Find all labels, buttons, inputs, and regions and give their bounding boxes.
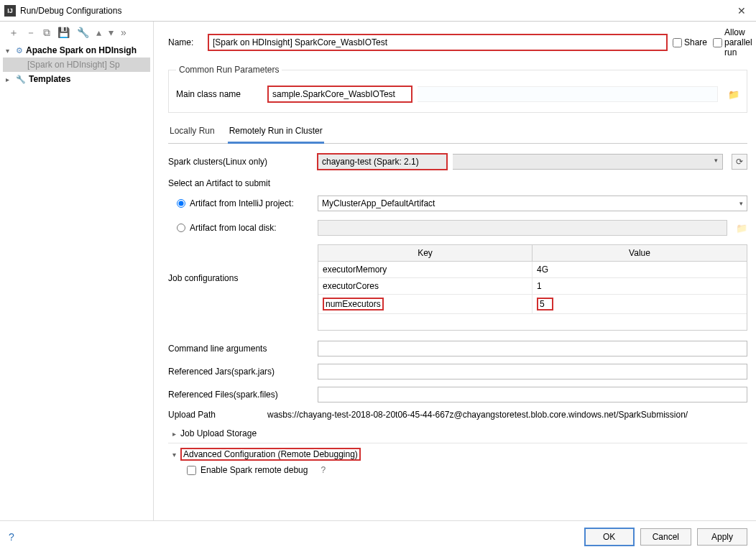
- remove-icon[interactable]: －: [26, 27, 36, 37]
- cfg-key: executorMemory: [318, 262, 533, 278]
- tree-item-selected-config[interactable]: [Spark on HDInsight] Sp: [3, 58, 150, 72]
- enable-remote-debug-checkbox[interactable]: [187, 466, 196, 475]
- artifact-from-disk-input: [318, 220, 727, 236]
- tree-root-label: Apache Spark on HDInsigh: [26, 45, 137, 55]
- job-config-key-header: Key: [318, 245, 533, 261]
- apply-button[interactable]: Apply: [697, 528, 747, 546]
- cluster-combo-value: chayang-test (Spark: 2.1): [322, 157, 419, 167]
- main-class-input[interactable]: [268, 86, 412, 102]
- configurations-sidebar: ＋ － ⧉ 💾 🔧 ▴ ▾ » ▾ Apache Spark on HDInsi…: [0, 22, 154, 520]
- advanced-config-expander[interactable]: ▾ Advanced Configuration (Remote Debuggi…: [168, 448, 747, 461]
- configurations-tree: ▾ Apache Spark on HDInsigh [Spark on HDI…: [0, 43, 153, 86]
- move-down-icon[interactable]: ▾: [109, 27, 114, 37]
- tree-selected-label: [Spark on HDInsight] Sp: [27, 60, 120, 70]
- spark-config-icon: [16, 45, 23, 55]
- app-icon: IJ: [4, 5, 16, 17]
- referenced-files-label: Referenced Files(spark.files): [168, 390, 312, 400]
- job-upload-storage-expander[interactable]: ▸ Job Upload Storage: [168, 428, 747, 438]
- artifact-from-project-value: MyClusterApp_DefaultArtifact: [322, 198, 435, 208]
- ok-button[interactable]: OK: [584, 528, 635, 546]
- common-run-parameters: Common Run Parameters Main class name: [168, 65, 747, 113]
- tab-remotely-run[interactable]: Remotely Run in Cluster: [228, 121, 324, 144]
- collapse-icon[interactable]: »: [121, 27, 126, 37]
- enable-remote-debug-label: Enable Spark remote debug: [200, 465, 308, 475]
- tree-node-templates[interactable]: ▸ Templates: [3, 72, 150, 86]
- close-icon[interactable]: ✕: [732, 2, 752, 19]
- cmdline-label: Command line arguments: [168, 344, 312, 354]
- job-configurations-row: Job configurations Key Value executorMem…: [168, 244, 747, 341]
- move-up-icon[interactable]: ▴: [96, 27, 101, 37]
- job-config-label: Job configurations: [168, 244, 312, 283]
- dialog-footer: ? OK Cancel Apply: [0, 520, 756, 552]
- cfg-val: 4G: [533, 262, 747, 278]
- artifact-from-disk-label: Artifact from local disk:: [190, 223, 313, 233]
- referenced-jars-input[interactable]: [318, 364, 747, 380]
- common-legend: Common Run Parameters: [176, 65, 282, 75]
- job-upload-storage-label: Job Upload Storage: [180, 428, 257, 438]
- run-mode-tabs: Locally Run Remotely Run in Cluster: [168, 121, 747, 144]
- chevron-down-icon: ▾: [172, 451, 176, 459]
- referenced-files-input[interactable]: [318, 387, 747, 402]
- upload-path-row: Upload Path wasbs://chayang-test-2018-08…: [168, 410, 747, 420]
- wrench-icon[interactable]: 🔧: [77, 27, 89, 37]
- cluster-row: Spark clusters(Linux only) chayang-test …: [168, 154, 747, 170]
- tab-locally-run[interactable]: Locally Run: [168, 121, 216, 143]
- cfg-key-highlighted: numExecutors: [323, 298, 384, 310]
- upload-path-label: Upload Path: [168, 410, 262, 420]
- sidebar-toolbar: ＋ － ⧉ 💾 🔧 ▴ ▾ »: [0, 22, 153, 43]
- cfg-val-highlighted: 5: [537, 298, 553, 310]
- table-row[interactable]: numExecutors 5: [318, 295, 747, 314]
- main-class-label: Main class name: [176, 89, 262, 99]
- referenced-files-row: Referenced Files(spark.files): [168, 387, 747, 402]
- save-icon[interactable]: 💾: [57, 27, 70, 37]
- allow-parallel-checkbox[interactable]: [713, 38, 722, 47]
- main-panel: Name: Share Allow parallel run Common Ru…: [154, 22, 756, 520]
- name-input[interactable]: [208, 34, 667, 50]
- cfg-key: executorCores: [318, 278, 533, 295]
- tree-templates-label: Templates: [29, 74, 70, 84]
- help-button-icon[interactable]: ?: [9, 531, 14, 543]
- refresh-clusters-button[interactable]: [732, 154, 747, 170]
- job-config-table[interactable]: Key Value executorMemory 4G executorCore…: [318, 244, 747, 331]
- tree-node-apache-spark[interactable]: ▾ Apache Spark on HDInsigh: [3, 43, 150, 58]
- browse-class-icon[interactable]: [724, 89, 739, 100]
- cancel-button[interactable]: Cancel: [640, 528, 691, 546]
- table-row[interactable]: executorCores 1: [318, 278, 747, 295]
- artifact-from-project-radio[interactable]: [177, 199, 185, 208]
- help-icon[interactable]: ?: [321, 465, 326, 475]
- chevron-right-icon: ▸: [172, 430, 176, 438]
- cluster-combo[interactable]: chayang-test (Spark: 2.1): [318, 154, 447, 170]
- name-label: Name:: [168, 37, 203, 47]
- table-row[interactable]: executorMemory 4G: [318, 262, 747, 278]
- cmdline-input[interactable]: [318, 341, 747, 356]
- cmdline-row: Command line arguments: [168, 341, 747, 356]
- artifact-from-project-combo[interactable]: MyClusterApp_DefaultArtifact ▾: [318, 196, 747, 211]
- share-checkbox-wrap[interactable]: Share: [673, 37, 707, 47]
- allow-parallel-label: Allow parallel run: [724, 27, 752, 58]
- cfg-val: 1: [533, 278, 747, 295]
- titlebar: IJ Run/Debug Configurations ✕: [0, 0, 756, 22]
- window-title: Run/Debug Configurations: [20, 6, 732, 16]
- add-icon[interactable]: ＋: [9, 27, 19, 37]
- browse-artifact-icon: [732, 223, 747, 234]
- artifact-from-disk-radio[interactable]: [177, 224, 185, 232]
- cluster-label: Spark clusters(Linux only): [168, 157, 312, 167]
- copy-icon[interactable]: ⧉: [43, 27, 50, 37]
- artifact-from-project-label: Artifact from IntelliJ project:: [190, 198, 313, 208]
- job-config-value-header: Value: [533, 245, 747, 261]
- artifact-section-label: Select an Artifact to submit: [168, 178, 747, 188]
- advanced-config-label: Advanced Configuration (Remote Debugging…: [180, 448, 361, 461]
- share-label: Share: [684, 37, 707, 47]
- enable-remote-debug-row: Enable Spark remote debug ?: [187, 465, 747, 475]
- share-checkbox[interactable]: [673, 38, 682, 47]
- artifact-from-disk-row: Artifact from local disk:: [177, 220, 747, 236]
- referenced-jars-row: Referenced Jars(spark.jars): [168, 364, 747, 380]
- artifact-from-project-row: Artifact from IntelliJ project: MyCluste…: [177, 196, 747, 211]
- name-row: Name: Share Allow parallel run: [168, 27, 747, 58]
- upload-path-value: wasbs://chayang-test-2018-08-20t06-45-44…: [267, 410, 688, 420]
- templates-icon: [16, 74, 26, 84]
- referenced-jars-label: Referenced Jars(spark.jars): [168, 367, 312, 377]
- allow-parallel-checkbox-wrap[interactable]: Allow parallel run: [713, 27, 747, 58]
